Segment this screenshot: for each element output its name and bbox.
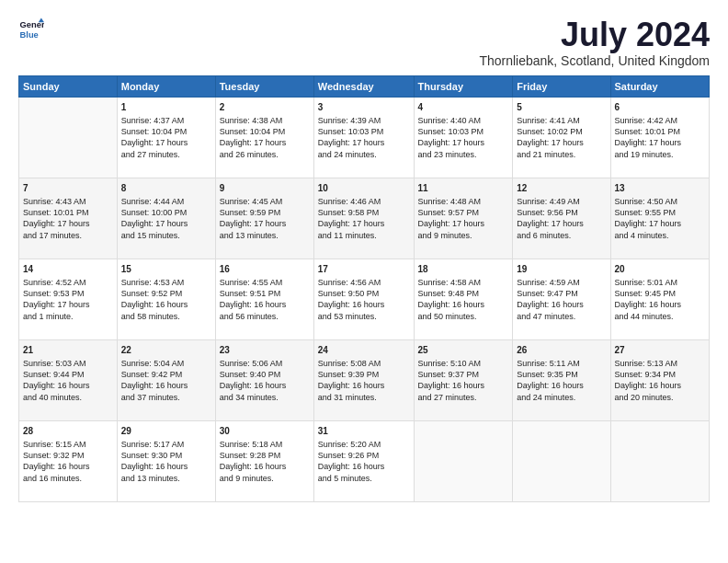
day-cell: 29Sunrise: 5:17 AM Sunset: 9:30 PM Dayli… xyxy=(117,420,215,501)
day-cell: 7Sunrise: 4:43 AM Sunset: 10:01 PM Dayli… xyxy=(19,178,118,259)
logo-icon: General Blue xyxy=(18,17,44,42)
day-cell xyxy=(513,420,610,501)
day-number: 28 xyxy=(23,425,113,438)
day-cell: 20Sunrise: 5:01 AM Sunset: 9:45 PM Dayli… xyxy=(610,259,709,339)
day-content: Sunrise: 4:52 AM Sunset: 9:53 PM Dayligh… xyxy=(23,277,113,322)
day-content: Sunrise: 4:49 AM Sunset: 9:56 PM Dayligh… xyxy=(517,196,606,241)
day-cell: 14Sunrise: 4:52 AM Sunset: 9:53 PM Dayli… xyxy=(19,259,118,339)
month-title: July 2024 xyxy=(479,17,710,53)
day-cell: 17Sunrise: 4:56 AM Sunset: 9:50 PM Dayli… xyxy=(313,259,414,339)
col-monday: Monday xyxy=(117,75,215,97)
calendar-page: General Blue July 2024 Thornliebank, Sco… xyxy=(0,0,728,563)
day-cell: 24Sunrise: 5:08 AM Sunset: 9:39 PM Dayli… xyxy=(313,339,414,420)
day-number: 8 xyxy=(121,182,211,195)
day-number: 19 xyxy=(517,263,606,276)
day-content: Sunrise: 4:56 AM Sunset: 9:50 PM Dayligh… xyxy=(318,277,410,322)
day-cell: 28Sunrise: 5:15 AM Sunset: 9:32 PM Dayli… xyxy=(19,420,118,501)
day-number: 25 xyxy=(418,344,509,357)
day-content: Sunrise: 5:15 AM Sunset: 9:32 PM Dayligh… xyxy=(23,439,113,484)
day-number: 9 xyxy=(220,182,310,195)
col-saturday: Saturday xyxy=(610,75,709,97)
day-cell: 18Sunrise: 4:58 AM Sunset: 9:48 PM Dayli… xyxy=(414,259,513,339)
day-number: 27 xyxy=(615,344,705,357)
day-cell: 3Sunrise: 4:39 AM Sunset: 10:03 PM Dayli… xyxy=(313,97,414,178)
logo: General Blue xyxy=(18,17,44,42)
day-cell: 11Sunrise: 4:48 AM Sunset: 9:57 PM Dayli… xyxy=(414,178,513,259)
day-content: Sunrise: 5:08 AM Sunset: 9:39 PM Dayligh… xyxy=(318,358,410,403)
day-number: 22 xyxy=(121,344,211,357)
day-content: Sunrise: 4:48 AM Sunset: 9:57 PM Dayligh… xyxy=(418,196,509,241)
day-content: Sunrise: 4:41 AM Sunset: 10:02 PM Daylig… xyxy=(517,115,606,160)
week-row-1: 1Sunrise: 4:37 AM Sunset: 10:04 PM Dayli… xyxy=(19,97,710,178)
day-number: 4 xyxy=(418,101,509,114)
day-number: 1 xyxy=(121,101,211,114)
day-number: 6 xyxy=(615,101,705,114)
day-cell: 22Sunrise: 5:04 AM Sunset: 9:42 PM Dayli… xyxy=(117,339,215,420)
day-cell: 19Sunrise: 4:59 AM Sunset: 9:47 PM Dayli… xyxy=(513,259,610,339)
day-content: Sunrise: 5:13 AM Sunset: 9:34 PM Dayligh… xyxy=(615,358,705,403)
day-cell: 12Sunrise: 4:49 AM Sunset: 9:56 PM Dayli… xyxy=(513,178,610,259)
day-cell: 2Sunrise: 4:38 AM Sunset: 10:04 PM Dayli… xyxy=(215,97,313,178)
day-number: 29 xyxy=(121,425,211,438)
day-number: 18 xyxy=(418,263,509,276)
col-wednesday: Wednesday xyxy=(313,75,414,97)
day-content: Sunrise: 5:01 AM Sunset: 9:45 PM Dayligh… xyxy=(615,277,705,322)
day-cell: 9Sunrise: 4:45 AM Sunset: 9:59 PM Daylig… xyxy=(215,178,313,259)
svg-text:Blue: Blue xyxy=(20,30,39,40)
day-number: 12 xyxy=(517,182,606,195)
day-content: Sunrise: 5:03 AM Sunset: 9:44 PM Dayligh… xyxy=(23,358,113,403)
day-cell: 15Sunrise: 4:53 AM Sunset: 9:52 PM Dayli… xyxy=(117,259,215,339)
day-number: 17 xyxy=(318,263,410,276)
day-cell: 5Sunrise: 4:41 AM Sunset: 10:02 PM Dayli… xyxy=(513,97,610,178)
week-row-5: 28Sunrise: 5:15 AM Sunset: 9:32 PM Dayli… xyxy=(19,420,710,501)
day-cell: 8Sunrise: 4:44 AM Sunset: 10:00 PM Dayli… xyxy=(117,178,215,259)
day-cell: 4Sunrise: 4:40 AM Sunset: 10:03 PM Dayli… xyxy=(414,97,513,178)
day-content: Sunrise: 4:44 AM Sunset: 10:00 PM Daylig… xyxy=(121,196,211,241)
day-number: 13 xyxy=(615,182,705,195)
day-content: Sunrise: 5:04 AM Sunset: 9:42 PM Dayligh… xyxy=(121,358,211,403)
calendar-table: Sunday Monday Tuesday Wednesday Thursday… xyxy=(18,75,710,502)
col-friday: Friday xyxy=(513,75,610,97)
day-content: Sunrise: 4:43 AM Sunset: 10:01 PM Daylig… xyxy=(23,196,113,241)
day-content: Sunrise: 4:38 AM Sunset: 10:04 PM Daylig… xyxy=(220,115,310,160)
day-content: Sunrise: 5:17 AM Sunset: 9:30 PM Dayligh… xyxy=(121,439,211,484)
day-number: 30 xyxy=(220,425,310,438)
day-content: Sunrise: 4:40 AM Sunset: 10:03 PM Daylig… xyxy=(418,115,509,160)
day-number: 7 xyxy=(23,182,113,195)
location: Thornliebank, Scotland, United Kingdom xyxy=(479,53,710,68)
day-cell: 27Sunrise: 5:13 AM Sunset: 9:34 PM Dayli… xyxy=(610,339,709,420)
day-content: Sunrise: 4:42 AM Sunset: 10:01 PM Daylig… xyxy=(615,115,705,160)
day-cell: 31Sunrise: 5:20 AM Sunset: 9:26 PM Dayli… xyxy=(313,420,414,501)
col-tuesday: Tuesday xyxy=(215,75,313,97)
week-row-4: 21Sunrise: 5:03 AM Sunset: 9:44 PM Dayli… xyxy=(19,339,710,420)
day-cell: 26Sunrise: 5:11 AM Sunset: 9:35 PM Dayli… xyxy=(513,339,610,420)
header-row: Sunday Monday Tuesday Wednesday Thursday… xyxy=(19,75,710,97)
week-row-2: 7Sunrise: 4:43 AM Sunset: 10:01 PM Dayli… xyxy=(19,178,710,259)
day-cell: 30Sunrise: 5:18 AM Sunset: 9:28 PM Dayli… xyxy=(215,420,313,501)
day-number: 21 xyxy=(23,344,113,357)
day-cell: 6Sunrise: 4:42 AM Sunset: 10:01 PM Dayli… xyxy=(610,97,709,178)
day-cell: 21Sunrise: 5:03 AM Sunset: 9:44 PM Dayli… xyxy=(19,339,118,420)
day-number: 2 xyxy=(220,101,310,114)
day-number: 15 xyxy=(121,263,211,276)
day-content: Sunrise: 5:10 AM Sunset: 9:37 PM Dayligh… xyxy=(418,358,509,403)
day-number: 23 xyxy=(220,344,310,357)
day-cell: 25Sunrise: 5:10 AM Sunset: 9:37 PM Dayli… xyxy=(414,339,513,420)
week-row-3: 14Sunrise: 4:52 AM Sunset: 9:53 PM Dayli… xyxy=(19,259,710,339)
day-number: 3 xyxy=(318,101,410,114)
day-content: Sunrise: 5:11 AM Sunset: 9:35 PM Dayligh… xyxy=(517,358,606,403)
day-cell: 10Sunrise: 4:46 AM Sunset: 9:58 PM Dayli… xyxy=(313,178,414,259)
day-content: Sunrise: 4:46 AM Sunset: 9:58 PM Dayligh… xyxy=(318,196,410,241)
day-content: Sunrise: 5:20 AM Sunset: 9:26 PM Dayligh… xyxy=(318,439,410,484)
day-cell: 16Sunrise: 4:55 AM Sunset: 9:51 PM Dayli… xyxy=(215,259,313,339)
day-content: Sunrise: 4:37 AM Sunset: 10:04 PM Daylig… xyxy=(121,115,211,160)
day-content: Sunrise: 4:55 AM Sunset: 9:51 PM Dayligh… xyxy=(220,277,310,322)
day-cell xyxy=(610,420,709,501)
day-content: Sunrise: 4:59 AM Sunset: 9:47 PM Dayligh… xyxy=(517,277,606,322)
day-number: 31 xyxy=(318,425,410,438)
day-content: Sunrise: 4:45 AM Sunset: 9:59 PM Dayligh… xyxy=(220,196,310,241)
day-cell: 13Sunrise: 4:50 AM Sunset: 9:55 PM Dayli… xyxy=(610,178,709,259)
title-area: July 2024 Thornliebank, Scotland, United… xyxy=(479,17,710,68)
header: General Blue July 2024 Thornliebank, Sco… xyxy=(18,17,710,68)
col-sunday: Sunday xyxy=(19,75,118,97)
